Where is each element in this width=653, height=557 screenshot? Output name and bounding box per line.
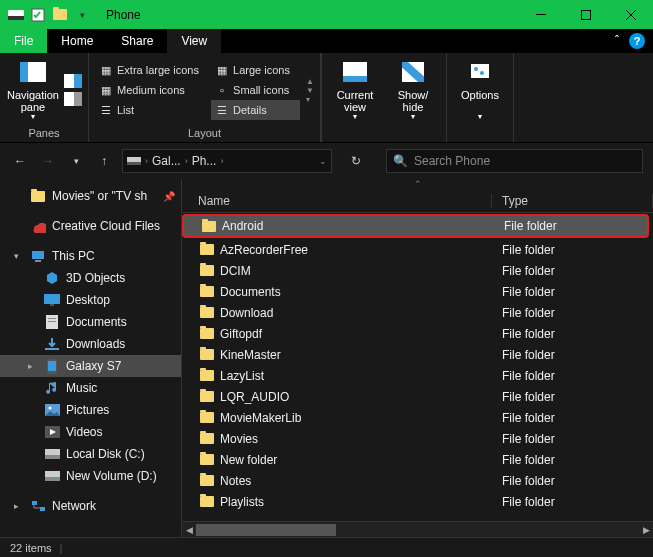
chevron-icon[interactable]: › [185,156,188,166]
navigation-pane-button[interactable]: Navigation pane▾ [6,57,60,123]
table-row[interactable]: PlaylistsFile folder [182,491,653,512]
medium-icon: ▦ [99,83,113,97]
table-row[interactable]: DCIMFile folder [182,260,653,281]
sidebar-item-videos[interactable]: Videos [0,421,181,443]
options-button[interactable]: Options▾ [453,57,507,123]
sidebar-item-label: New Volume (D:) [66,469,157,483]
address-bar[interactable]: › Gal... › Ph... › ⌄ [122,149,332,173]
breadcrumb[interactable]: Gal... [152,154,181,168]
tab-home[interactable]: Home [47,29,107,53]
caret-icon: ▾ [14,251,24,261]
table-row[interactable]: New folderFile folder [182,449,653,470]
sidebar-item-3d-objects[interactable]: 3D Objects [0,267,181,289]
table-row[interactable]: LQR_AUDIOFile folder [182,386,653,407]
file-type: File folder [492,285,555,299]
table-row[interactable]: NotesFile folder [182,470,653,491]
layout-extra-large[interactable]: ▦Extra large icons [95,60,209,80]
horizontal-scrollbar[interactable]: ◀ ▶ [182,521,653,537]
sidebar-item-local-disk-c-[interactable]: Local Disk (C:) [0,443,181,465]
help-icon[interactable]: ? [629,33,645,49]
layout-scroll-down[interactable]: ▼ [306,86,314,95]
chevron-icon[interactable]: › [220,156,223,166]
layout-group-label: Layout [95,125,314,142]
qat-drive-icon[interactable] [6,5,26,25]
tab-view[interactable]: View [167,29,221,53]
table-row[interactable]: AzRecorderFreeFile folder [182,239,653,260]
file-name: Movies [220,432,258,446]
sidebar-item-desktop[interactable]: Desktop [0,289,181,311]
scroll-left-icon[interactable]: ◀ [182,522,196,538]
svg-rect-28 [48,361,56,371]
sidebar-item-creative-cloud-files[interactable]: Creative Cloud Files [0,215,181,237]
preview-pane-icon[interactable] [64,74,82,88]
layout-medium[interactable]: ▦Medium icons [95,80,209,100]
sidebar-item-galaxy-s7[interactable]: ▸Galaxy S7 [0,355,181,377]
current-view-button[interactable]: Current view▾ [328,57,382,123]
layout-list[interactable]: ☰List [95,100,209,120]
close-button[interactable] [608,0,653,29]
file-name: AzRecorderFree [220,243,308,257]
refresh-button[interactable]: ↻ [344,149,368,173]
scrollbar-thumb[interactable] [196,524,336,536]
forward-button[interactable]: → [38,151,58,171]
dl-icon [44,336,60,352]
sidebar-item-movies-or-tv-sh[interactable]: Movies" or "TV sh📌 [0,185,181,207]
sidebar-item-label: Network [52,499,96,513]
back-button[interactable]: ← [10,151,30,171]
up-button[interactable]: ↑ [94,151,114,171]
scroll-right-icon[interactable]: ▶ [639,522,653,538]
file-name: MovieMakerLib [220,411,301,425]
layout-more[interactable]: ▾ [306,95,314,104]
column-name[interactable]: Name [182,194,492,208]
svg-rect-4 [581,10,590,19]
sidebar-item-label: Creative Cloud Files [52,219,160,233]
file-name: Download [220,306,273,320]
show-hide-button[interactable]: Show/ hide▾ [386,57,440,123]
sidebar-item-new-volume-d-[interactable]: New Volume (D:) [0,465,181,487]
sidebar-item-downloads[interactable]: Downloads [0,333,181,355]
folder-icon [200,328,214,339]
titlebar: ▾ Phone [0,0,653,29]
options-icon [466,58,494,86]
qat-dropdown-icon[interactable]: ▾ [72,5,92,25]
qat-check-icon[interactable] [28,5,48,25]
svg-rect-24 [48,318,56,319]
caret-icon: ▸ [28,361,38,371]
layout-scroll-up[interactable]: ▲ [306,77,314,86]
layout-small[interactable]: ▫Small icons [211,80,300,100]
table-row[interactable]: LazyListFile folder [182,365,653,386]
table-row[interactable]: MoviesFile folder [182,428,653,449]
scroll-up-icon[interactable]: ⌃ [182,179,653,189]
chevron-icon[interactable]: › [145,156,148,166]
collapse-ribbon-icon[interactable]: ˆ [615,34,619,48]
sidebar-item-this-pc[interactable]: ▾This PC [0,245,181,267]
table-row[interactable]: MovieMakerLibFile folder [182,407,653,428]
table-row[interactable]: AndroidFile folder [182,214,649,238]
file-name: Android [222,219,263,233]
net-icon [30,498,46,514]
minimize-button[interactable] [518,0,563,29]
navigation-bar: ← → ▾ ↑ › Gal... › Ph... › ⌄ ↻ 🔍 Search … [0,143,653,179]
sidebar-item-pictures[interactable]: Pictures [0,399,181,421]
maximize-button[interactable] [563,0,608,29]
sidebar-item-network[interactable]: ▸Network [0,495,181,517]
details-pane-icon[interactable] [64,92,82,106]
layout-large[interactable]: ▦Large icons [211,60,300,80]
layout-details[interactable]: ☰Details [211,100,300,120]
tab-share[interactable]: Share [107,29,167,53]
file-type: File folder [494,219,557,233]
address-dropdown[interactable]: ⌄ [319,156,327,166]
table-row[interactable]: GiftopdfFile folder [182,323,653,344]
table-row[interactable]: KineMasterFile folder [182,344,653,365]
current-view-icon [341,58,369,86]
sidebar-item-music[interactable]: Music [0,377,181,399]
breadcrumb[interactable]: Ph... [192,154,217,168]
column-type[interactable]: Type [492,194,653,208]
table-row[interactable]: DownloadFile folder [182,302,653,323]
table-row[interactable]: DocumentsFile folder [182,281,653,302]
sidebar-item-documents[interactable]: Documents [0,311,181,333]
qat-folder-icon[interactable] [50,5,70,25]
recent-dropdown[interactable]: ▾ [66,151,86,171]
search-box[interactable]: 🔍 Search Phone [386,149,643,173]
tab-file[interactable]: File [0,29,47,53]
